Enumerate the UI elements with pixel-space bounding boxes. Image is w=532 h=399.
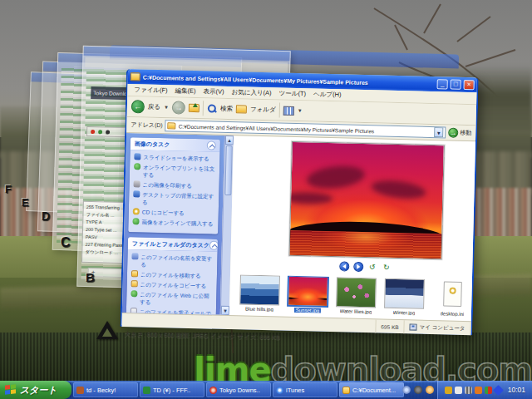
menu-item[interactable]: ファイル(F) [131, 85, 171, 96]
task-icon [134, 153, 140, 160]
pencil-icon[interactable] [98, 130, 102, 134]
go-button[interactable]: → 移動 [448, 127, 471, 138]
task-label[interactable]: このファイルを Web に公開する [140, 290, 213, 307]
app-tray-icon[interactable] [414, 386, 422, 394]
task-link[interactable]: このファイルを Web に公開する [131, 290, 213, 307]
task-label[interactable]: この画像を印刷する [142, 181, 191, 190]
rotate-clockwise-icon[interactable]: ↻ [382, 263, 392, 273]
file-thumbnail[interactable] [239, 274, 280, 305]
app-icon [209, 387, 217, 394]
rotate-counterclockwise-icon[interactable]: ↺ [367, 262, 377, 272]
menu-item[interactable]: ツール(T) [276, 88, 310, 99]
file-thumbnail[interactable] [384, 278, 425, 309]
task-label[interactable]: デスクトップの背景に設定する [142, 191, 215, 208]
task-link[interactable]: オンラインでプリントを注文する [134, 163, 216, 180]
address-label: アドレス(D) [131, 121, 163, 130]
scroll-up-icon[interactable]: ▲ [225, 135, 234, 145]
file-tasks-section: ファイルとフォルダのタスク このファイルの名前を変更する [126, 237, 218, 315]
back-dropdown-icon[interactable]: ▼ [164, 105, 169, 110]
file-item[interactable]: desktop.ini [431, 279, 475, 317]
minimize-button[interactable]: _ [437, 79, 448, 89]
tray-icon[interactable] [465, 387, 472, 394]
menu-item[interactable]: お気に入り(A) [228, 87, 274, 98]
taskbar-button[interactable]: TD (¥) - FFF.. [140, 382, 204, 397]
collapse-chevron-icon[interactable] [207, 140, 216, 150]
file-item[interactable]: Winter.jpg [382, 278, 426, 316]
start-button[interactable]: スタート [0, 381, 71, 399]
task-label[interactable]: このファイルを移動する [140, 270, 201, 279]
folders-label[interactable]: フォルダ [250, 106, 276, 115]
menu-item[interactable]: ヘルプ(H) [310, 89, 345, 100]
explorer-window: C:¥Documents and Settings¥All Users¥Docu… [120, 69, 478, 335]
preview-image-sunset[interactable] [289, 141, 445, 259]
previous-image-button[interactable] [339, 261, 349, 271]
taskbar-button-label: TD (¥) - FFF.. [153, 387, 190, 394]
back-label[interactable]: 戻る [148, 103, 160, 111]
task-link[interactable]: デスクトップの背景に設定する [133, 190, 215, 207]
folders-icon[interactable] [236, 105, 247, 113]
task-link[interactable]: スライドショーを表示する [134, 153, 216, 162]
address-dropdown-icon[interactable]: ▼ [434, 127, 443, 137]
app-tray-icon[interactable] [426, 386, 434, 394]
menu-item[interactable]: 表示(V) [200, 86, 227, 97]
filmstrip-view: ↺ ↻ Blue hills.jpg [229, 135, 475, 321]
views-icon[interactable] [283, 106, 294, 115]
views-dropdown-icon[interactable]: ▼ [298, 108, 303, 113]
maximize-button[interactable]: □ [451, 80, 461, 90]
back-icon[interactable]: ← [131, 100, 145, 113]
task-link[interactable]: CD にコピーする [133, 208, 215, 217]
taskbar-button[interactable]: iTunes [273, 382, 337, 397]
next-image-button[interactable] [353, 262, 363, 272]
taskbar-button[interactable]: C:¥Document... [339, 382, 404, 397]
taskbar-button-label: td - Becky! [86, 387, 116, 394]
close-button[interactable]: × [464, 80, 475, 90]
task-link[interactable]: このファイルをコピーする [131, 280, 214, 289]
search-label[interactable]: 検索 [220, 105, 233, 113]
task-link[interactable]: 画像をオンラインで購入する [132, 218, 214, 227]
task-label[interactable]: オンラインでプリントを注文する [143, 164, 216, 180]
tray-icon[interactable] [445, 387, 452, 394]
close-icon[interactable] [106, 130, 110, 134]
file-thumbnail[interactable] [432, 279, 473, 310]
task-label[interactable]: CD にコピーする [142, 209, 185, 217]
task-icon [131, 270, 138, 277]
app-icon [276, 387, 283, 394]
status-location: マイ コンピュータ [404, 320, 470, 335]
task-icon [133, 208, 140, 214]
task-label[interactable]: スライドショーを表示する [143, 154, 209, 163]
address-value: C:¥Documents and Settings¥All Users¥Docu… [179, 123, 375, 134]
taskbar-button[interactable]: Tokyo Downs.. [206, 382, 271, 397]
my-computer-icon [410, 323, 417, 330]
scroll-down-icon[interactable]: ▼ [221, 306, 229, 315]
taskbar-button[interactable]: td - Becky! [73, 382, 138, 397]
up-folder-icon[interactable] [189, 104, 200, 112]
app-tray-icon[interactable] [402, 386, 411, 394]
task-link[interactable]: このファイルを移動する [131, 270, 214, 279]
file-thumbnail[interactable] [336, 277, 377, 308]
file-thumbnail[interactable] [287, 275, 329, 308]
file-name: Blue hills.jpg [245, 307, 273, 313]
tray-icon[interactable] [485, 387, 492, 394]
forward-icon[interactable]: → [172, 101, 185, 114]
task-label[interactable]: このファイルをコピーする [140, 280, 207, 289]
scrollbar-thumb[interactable] [224, 145, 232, 195]
menu-item[interactable]: 編集(E) [172, 86, 200, 96]
collapse-chevron-icon[interactable] [209, 241, 218, 250]
folder-icon [131, 72, 140, 81]
task-link[interactable]: この画像を印刷する [134, 180, 216, 190]
task-label[interactable]: 画像をオンラインで購入する [141, 219, 213, 228]
task-icon [132, 218, 139, 224]
task-link[interactable]: このファイルの名前を変更する [131, 253, 214, 269]
search-icon[interactable] [207, 103, 217, 113]
task-icon [131, 253, 138, 259]
section-title: ファイルとフォルダのタスク [132, 239, 209, 249]
tray-icon[interactable] [493, 385, 504, 396]
record-icon[interactable] [91, 130, 95, 134]
tray-icon[interactable] [475, 387, 482, 394]
file-item[interactable]: Sunset.jpg [286, 276, 330, 313]
task-label[interactable]: このファイルの名前を変更する [140, 253, 214, 269]
file-item[interactable]: Blue hills.jpg [238, 274, 282, 312]
tray-icon[interactable] [455, 387, 462, 394]
file-item[interactable]: Water lilies.jpg [334, 277, 378, 314]
task-icon [131, 280, 138, 287]
